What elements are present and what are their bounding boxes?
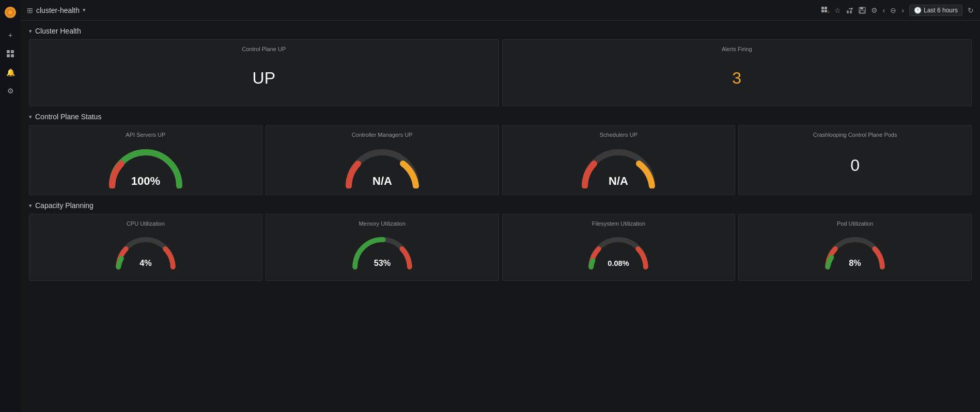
- add-panel-icon[interactable]: +: [2, 27, 19, 43]
- section-capacity-planning: ▾ Capacity Planning CPU Utilization: [29, 201, 972, 281]
- title-caret-icon[interactable]: ▾: [83, 7, 86, 13]
- time-range-label: Last 6 hours: [924, 7, 958, 14]
- dashboards-icon[interactable]: [2, 45, 19, 62]
- panel-alerts-firing-value: 3: [732, 56, 741, 100]
- svg-rect-9: [821, 10, 824, 12]
- panel-pod-utilization: Pod Utilization 8%: [738, 214, 972, 281]
- svg-rect-4: [11, 50, 14, 53]
- pod-gauge-container: 8%: [745, 231, 965, 274]
- memory-gauge: 53%: [349, 231, 416, 270]
- chevron-down-icon: ▾: [29, 28, 32, 35]
- panel-alerts-firing: Alerts Firing 3: [502, 39, 972, 106]
- settings-icon[interactable]: ⚙: [2, 83, 19, 99]
- dashboard-body: ▾ Cluster Health Control Plane UP UP Ale…: [21, 21, 980, 412]
- panel-control-plane-up: Control Plane UP UP: [29, 39, 499, 106]
- panel-filesystem-utilization-title: Filesystem Utilization: [509, 220, 729, 227]
- nav-right-icon[interactable]: ›: [901, 6, 904, 14]
- cluster-health-grid: Control Plane UP UP Alerts Firing 3: [29, 39, 972, 106]
- capacity-planning-grid: CPU Utilization 4%: [29, 214, 972, 281]
- svg-rect-5: [7, 54, 10, 57]
- controller-managers-gauge: N/A: [341, 142, 424, 188]
- api-servers-gauge-container: 100%: [36, 142, 256, 188]
- panel-cpu-utilization-title: CPU Utilization: [36, 220, 256, 227]
- svg-text:4%: 4%: [139, 258, 152, 267]
- alerts-icon[interactable]: 🔔: [2, 64, 19, 81]
- svg-text:N/A: N/A: [372, 175, 392, 187]
- app-grid-icon: ⊞: [27, 6, 33, 14]
- panel-crashlooping-pods-value: 0: [850, 142, 860, 188]
- schedulers-gauge-container: N/A: [509, 142, 729, 188]
- panel-memory-utilization-title: Memory Utilization: [272, 220, 492, 227]
- grafana-logo[interactable]: [2, 4, 19, 21]
- api-servers-gauge: 100%: [104, 142, 187, 188]
- panel-control-plane-up-value: UP: [253, 56, 275, 100]
- svg-text:N/A: N/A: [609, 175, 628, 187]
- panel-memory-utilization: Memory Utilization 53%: [266, 214, 499, 281]
- controller-managers-gauge-container: N/A: [272, 142, 492, 188]
- memory-gauge-container: 53%: [272, 231, 492, 274]
- section-control-plane-status: ▾ Control Plane Status API Servers UP: [29, 113, 972, 195]
- cpu-gauge: 4%: [112, 231, 179, 270]
- svg-text:8%: 8%: [849, 258, 861, 267]
- nav-left-icon[interactable]: ‹: [883, 6, 885, 14]
- panel-crashlooping-pods: Crashlooping Control Plane Pods 0: [738, 125, 972, 195]
- svg-text:+: +: [828, 10, 829, 14]
- panel-schedulers-up-title: Schedulers UP: [509, 132, 729, 138]
- zoom-out-icon[interactable]: ⊖: [890, 6, 896, 14]
- panel-cpu-utilization: CPU Utilization 4%: [29, 214, 262, 281]
- section-cluster-health-title: Cluster Health: [35, 27, 81, 35]
- section-capacity-planning-header[interactable]: ▾ Capacity Planning: [29, 201, 972, 210]
- panel-filesystem-utilization: Filesystem Utilization 0.0: [502, 214, 736, 281]
- cpu-gauge-container: 4%: [36, 231, 256, 274]
- panel-control-plane-up-title: Control Plane UP: [36, 46, 492, 52]
- chevron-down-icon-2: ▾: [29, 114, 32, 120]
- panel-pod-utilization-title: Pod Utilization: [745, 220, 965, 227]
- star-icon[interactable]: ☆: [834, 6, 841, 14]
- filesystem-gauge: 0.08%: [585, 231, 652, 270]
- add-panel-button[interactable]: +: [821, 6, 829, 14]
- panel-controller-managers-up-title: Controller Managers UP: [272, 132, 492, 138]
- panel-api-servers-up-title: API Servers UP: [36, 132, 256, 138]
- panel-api-servers-up: API Servers UP: [29, 125, 262, 195]
- dashboard-title: cluster-health: [36, 6, 80, 14]
- section-capacity-planning-title: Capacity Planning: [35, 201, 94, 210]
- time-range-picker[interactable]: 🕐 Last 6 hours: [909, 5, 962, 16]
- svg-rect-7: [821, 7, 824, 9]
- refresh-icon[interactable]: ↻: [968, 6, 974, 14]
- svg-rect-3: [7, 50, 10, 53]
- section-control-plane-status-title: Control Plane Status: [35, 113, 101, 121]
- svg-text:53%: 53%: [374, 258, 391, 267]
- clock-icon: 🕐: [914, 7, 922, 14]
- svg-rect-6: [11, 54, 14, 57]
- pod-gauge: 8%: [821, 231, 889, 270]
- topbar-title-area: ⊞ cluster-health ▾: [27, 6, 817, 14]
- svg-rect-8: [825, 7, 827, 9]
- topbar-actions: + ☆ ⚙ ‹ ⊖ › 🕐 Last 6 hours ↻: [821, 5, 974, 16]
- filesystem-gauge-container: 0.08%: [509, 231, 729, 274]
- svg-rect-13: [860, 7, 863, 9]
- section-cluster-health-header[interactable]: ▾ Cluster Health: [29, 27, 972, 35]
- save-icon[interactable]: [859, 7, 866, 14]
- share-icon[interactable]: [846, 7, 853, 14]
- control-plane-status-grid: API Servers UP: [29, 125, 972, 195]
- svg-text:0.08%: 0.08%: [608, 259, 629, 267]
- svg-text:100%: 100%: [131, 175, 160, 187]
- panel-crashlooping-pods-title: Crashlooping Control Plane Pods: [745, 132, 965, 138]
- gear-icon[interactable]: ⚙: [871, 6, 878, 14]
- panel-controller-managers-up: Controller Managers UP N/A: [266, 125, 499, 195]
- svg-rect-14: [860, 10, 864, 13]
- topbar: ⊞ cluster-health ▾ + ☆ ⚙ ‹ ⊖ › 🕐 Last 6 …: [21, 0, 980, 21]
- chevron-down-icon-3: ▾: [29, 202, 32, 209]
- main-content: ⊞ cluster-health ▾ + ☆ ⚙ ‹ ⊖ › 🕐 Last 6 …: [21, 0, 980, 412]
- sidebar: + 🔔 ⚙: [0, 0, 21, 412]
- panel-schedulers-up: Schedulers UP N/A: [502, 125, 736, 195]
- svg-point-2: [8, 10, 12, 14]
- schedulers-gauge: N/A: [577, 142, 660, 188]
- section-control-plane-status-header[interactable]: ▾ Control Plane Status: [29, 113, 972, 121]
- panel-alerts-firing-title: Alerts Firing: [509, 46, 966, 52]
- section-cluster-health: ▾ Cluster Health Control Plane UP UP Ale…: [29, 27, 972, 106]
- svg-rect-10: [825, 10, 827, 12]
